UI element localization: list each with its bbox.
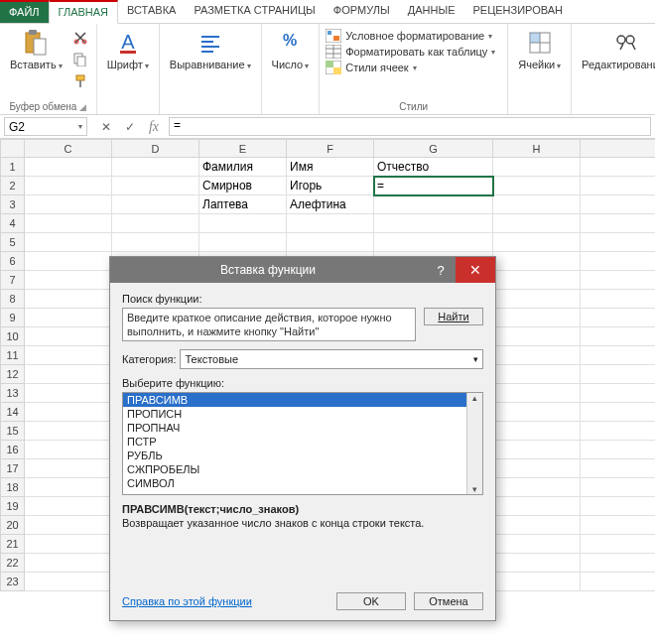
cell[interactable]: [25, 252, 112, 271]
cell[interactable]: [493, 271, 581, 290]
cell[interactable]: [25, 554, 112, 573]
find-button[interactable]: Найти: [424, 308, 483, 325]
editing-button[interactable]: Редактирование: [578, 27, 655, 73]
tab-home[interactable]: ГЛАВНАЯ: [49, 0, 118, 24]
cell[interactable]: [25, 384, 112, 403]
col-header[interactable]: C: [25, 140, 112, 158]
cell[interactable]: [493, 327, 581, 346]
cell[interactable]: [493, 441, 581, 459]
number-button[interactable]: % Число: [268, 27, 314, 73]
cut-button[interactable]: [70, 29, 90, 47]
row-header[interactable]: 4: [1, 214, 25, 233]
cell[interactable]: [493, 535, 581, 554]
dialog-help-button[interactable]: ?: [426, 263, 456, 278]
function-list-item[interactable]: РУБЛЬ: [123, 449, 466, 462]
category-select[interactable]: Текстовые▾: [180, 349, 483, 369]
cell[interactable]: [25, 459, 112, 478]
row-header[interactable]: 8: [1, 290, 25, 309]
cell[interactable]: [25, 233, 112, 252]
row-header[interactable]: 23: [1, 573, 25, 591]
cell[interactable]: [112, 177, 199, 195]
row-header[interactable]: 22: [1, 554, 25, 573]
cell[interactable]: [25, 214, 112, 233]
row-header[interactable]: 20: [1, 516, 25, 535]
cell[interactable]: [493, 554, 581, 573]
cell[interactable]: [112, 158, 199, 177]
dialog-close-button[interactable]: ✕: [456, 257, 495, 283]
cell[interactable]: Лаптева: [199, 195, 287, 214]
tab-review[interactable]: РЕЦЕНЗИРОВАН: [463, 0, 572, 23]
cell[interactable]: [25, 177, 112, 195]
format-painter-button[interactable]: [70, 72, 90, 90]
row-header[interactable]: 15: [1, 422, 25, 441]
search-function-input[interactable]: Введите краткое описание действия, котор…: [122, 308, 416, 341]
cell[interactable]: [199, 233, 287, 252]
row-header[interactable]: 1: [1, 158, 25, 177]
row-header[interactable]: 3: [1, 195, 25, 214]
cell[interactable]: [493, 195, 581, 214]
tab-file[interactable]: ФАЙЛ: [0, 0, 49, 23]
enter-formula-button[interactable]: ✓: [121, 118, 139, 136]
cell[interactable]: [493, 252, 581, 271]
cell[interactable]: [287, 214, 374, 233]
cell[interactable]: [25, 195, 112, 214]
cell[interactable]: Алефтина: [287, 195, 374, 214]
tab-insert[interactable]: ВСТАВКА: [118, 0, 185, 23]
cell[interactable]: [493, 177, 581, 195]
col-header[interactable]: H: [493, 140, 581, 158]
cell[interactable]: [25, 365, 112, 384]
row-header[interactable]: 10: [1, 327, 25, 346]
function-list[interactable]: ПРАВСИМВПРОПИСНПРОПНАЧПСТРРУБЛЬСЖПРОБЕЛЫ…: [122, 392, 483, 495]
cell[interactable]: [493, 309, 581, 327]
cell[interactable]: [493, 214, 581, 233]
row-header[interactable]: 13: [1, 384, 25, 403]
cell[interactable]: =: [374, 177, 493, 195]
format-as-table-button[interactable]: Форматировать как таблицу▾: [326, 45, 495, 59]
cell[interactable]: [493, 459, 581, 478]
col-header[interactable]: D: [112, 140, 199, 158]
row-header[interactable]: 18: [1, 478, 25, 497]
cell[interactable]: [112, 195, 199, 214]
conditional-formatting-button[interactable]: Условное форматирование▾: [326, 29, 495, 43]
function-list-item[interactable]: ПСТР: [123, 435, 466, 449]
row-header[interactable]: 11: [1, 346, 25, 365]
cell[interactable]: [493, 290, 581, 309]
cell[interactable]: Отчество: [374, 158, 493, 177]
cell[interactable]: [493, 497, 581, 516]
cell[interactable]: [25, 422, 112, 441]
cell[interactable]: [25, 478, 112, 497]
row-header[interactable]: 21: [1, 535, 25, 554]
cell[interactable]: [25, 271, 112, 290]
row-header[interactable]: 6: [1, 252, 25, 271]
cell[interactable]: [25, 441, 112, 459]
dialog-titlebar[interactable]: Вставка функции ? ✕: [110, 257, 495, 283]
name-box[interactable]: G2▾: [4, 117, 87, 136]
row-header[interactable]: 14: [1, 403, 25, 422]
cell[interactable]: [493, 346, 581, 365]
row-header[interactable]: 12: [1, 365, 25, 384]
row-header[interactable]: 19: [1, 497, 25, 516]
cell[interactable]: [493, 478, 581, 497]
cell[interactable]: [493, 573, 581, 591]
function-list-item[interactable]: СЖПРОБЕЛЫ: [123, 462, 466, 476]
cell[interactable]: [25, 309, 112, 327]
cell[interactable]: [493, 422, 581, 441]
cell[interactable]: [374, 214, 493, 233]
font-button[interactable]: A Шрифт: [103, 27, 153, 73]
cell[interactable]: [25, 346, 112, 365]
row-header[interactable]: 16: [1, 441, 25, 459]
cell[interactable]: [25, 290, 112, 309]
tab-formulas[interactable]: ФОРМУЛЫ: [325, 0, 399, 23]
cell[interactable]: [493, 158, 581, 177]
copy-button[interactable]: [70, 51, 90, 68]
cell[interactable]: [25, 516, 112, 535]
row-header[interactable]: 17: [1, 459, 25, 478]
function-help-link[interactable]: Справка по этой функции: [122, 595, 252, 607]
cell[interactable]: [493, 384, 581, 403]
function-list-item[interactable]: СИМВОЛ: [123, 476, 466, 490]
col-header[interactable]: E: [199, 140, 287, 158]
cell[interactable]: [25, 573, 112, 591]
col-header[interactable]: G: [374, 140, 493, 158]
cell[interactable]: [112, 233, 199, 252]
formula-input[interactable]: =: [169, 117, 651, 136]
